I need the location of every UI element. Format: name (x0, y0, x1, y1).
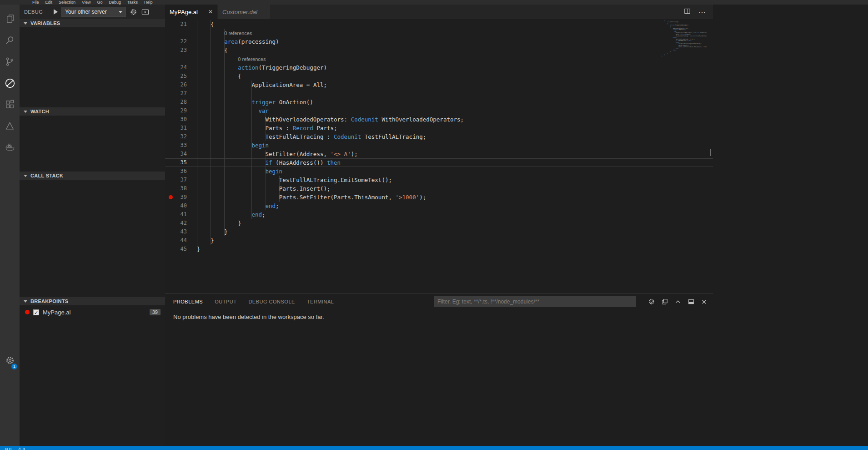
line-number[interactable]: 30 (176, 115, 187, 124)
code-line-43[interactable]: 43 } (165, 228, 713, 236)
code-text[interactable]: begin (197, 141, 713, 150)
section-header-call-stack[interactable]: CALL STACK (20, 172, 165, 180)
code-text[interactable]: end; (197, 202, 713, 210)
breakpoint-gutter[interactable] (165, 202, 176, 210)
problems-filter-input[interactable] (434, 296, 636, 307)
breakpoint-gutter[interactable] (165, 55, 176, 63)
menu-item-selection[interactable]: Selection (55, 0, 79, 5)
code-text[interactable]: 0 references (197, 29, 713, 37)
manage-button[interactable]: 1 (0, 352, 20, 370)
code-line-41[interactable]: 41 end; (165, 210, 713, 219)
breakpoint-gutter[interactable] (165, 132, 176, 141)
breakpoint-gutter[interactable] (165, 46, 176, 55)
line-number[interactable]: 31 (176, 124, 187, 132)
menu-item-tasks[interactable]: Tasks (124, 0, 141, 5)
code-text[interactable]: SetFilter(Address, '<> A'); (197, 150, 713, 158)
panel-layout-icon[interactable] (687, 298, 695, 305)
code-editor[interactable]: 21 { 0 references22 area(processing)23 {… (165, 19, 713, 293)
menu-item-edit[interactable]: Edit (42, 0, 56, 5)
line-number[interactable]: 26 (176, 81, 187, 89)
code-text[interactable]: Parts.Insert(); (197, 184, 713, 193)
breakpoint-gutter[interactable] (165, 245, 176, 253)
line-number[interactable]: 23 (176, 46, 187, 55)
sidebar-item-search[interactable] (0, 30, 20, 51)
line-number[interactable]: 45 (176, 245, 187, 253)
code-line-44[interactable]: 44 } (165, 236, 713, 245)
line-number[interactable]: 40 (176, 202, 187, 210)
code-text[interactable]: if (HasAddress()) then (197, 158, 713, 167)
line-number[interactable]: 35 (176, 158, 187, 167)
line-number[interactable]: 27 (176, 89, 187, 98)
tab-customer-dal[interactable]: Customer.dal (218, 5, 271, 19)
warning-count[interactable]: ⚠ 0 (18, 446, 25, 450)
debug-config-dropdown[interactable]: Your other server (61, 7, 126, 17)
breakpoint-gutter[interactable] (165, 98, 176, 106)
line-number[interactable]: 21 (176, 20, 187, 29)
tab-mypage-al[interactable]: MyPAge.al ✕ (165, 5, 218, 19)
breakpoint-gutter[interactable] (165, 228, 176, 236)
more-actions-icon[interactable]: ⋯ (698, 8, 706, 16)
minimap[interactable]: { area(processing) { action(TriggeringDe… (662, 20, 707, 57)
error-count[interactable]: ⊘ 0 (5, 446, 11, 450)
line-number[interactable]: 41 (176, 210, 187, 219)
line-number[interactable]: 39 (176, 193, 187, 202)
code-text[interactable]: trigger OnAction() (197, 98, 713, 106)
panel-tab-output[interactable]: OUTPUT (215, 299, 236, 304)
breakpoint-gutter[interactable] (165, 141, 176, 150)
code-line-24[interactable]: 24 action(TriggeringDebugger) (165, 63, 713, 72)
breakpoint-gutter[interactable] (165, 167, 176, 176)
close-icon[interactable]: ✕ (208, 9, 213, 15)
code-text[interactable]: ApplicationArea = All; (197, 81, 713, 89)
panel-tab-terminal[interactable]: TERMINAL (307, 299, 334, 304)
breakpoint-gutter[interactable] (165, 184, 176, 193)
breakpoint-gutter[interactable] (165, 63, 176, 72)
menu-item-help[interactable]: Help (141, 0, 156, 5)
code-line-33[interactable]: 33 begin (165, 141, 713, 150)
breakpoint-gutter[interactable] (165, 158, 176, 167)
sidebar-item-explorer[interactable] (0, 8, 20, 30)
code-text[interactable]: WithOverloadedOperators: Codeunit WithOv… (197, 115, 713, 124)
code-text[interactable]: action(TriggeringDebugger) (197, 63, 713, 72)
open-debug-console-button[interactable] (141, 8, 150, 16)
menu-item-debug[interactable]: Debug (105, 0, 124, 5)
code-line-29[interactable]: 29 var (165, 106, 713, 115)
split-editor-icon[interactable] (683, 7, 691, 17)
line-number[interactable]: 29 (176, 106, 187, 115)
breakpoint-gutter[interactable] (165, 210, 176, 219)
breakpoint-gutter[interactable] (165, 106, 176, 115)
sidebar-item-docker[interactable] (0, 137, 20, 158)
code-line-32[interactable]: 32 TestFullALTracing : Codeunit TestFull… (165, 132, 713, 141)
line-number[interactable]: 42 (176, 219, 187, 228)
line-number[interactable]: 22 (176, 37, 187, 46)
breakpoint-gutter[interactable] (165, 124, 176, 132)
breakpoint-gutter[interactable] (165, 150, 176, 158)
breakpoint-gutter[interactable] (165, 81, 176, 89)
code-text[interactable]: TestFullALTracing.EmitSomeText(); (197, 176, 713, 184)
code-line-30[interactable]: 30 WithOverloadedOperators: Codeunit Wit… (165, 115, 713, 124)
sidebar-item-debug[interactable] (0, 72, 20, 94)
line-number[interactable] (176, 55, 187, 63)
close-panel-icon[interactable] (701, 298, 707, 305)
code-line-36[interactable]: 36 begin (165, 167, 713, 176)
line-number[interactable]: 43 (176, 228, 187, 236)
sidebar-item-source-control[interactable] (0, 51, 20, 72)
breakpoint-list-item[interactable]: ✓ MyPage.al 39 (20, 307, 165, 317)
breakpoint-icon[interactable] (169, 195, 173, 199)
breakpoint-gutter[interactable] (165, 72, 176, 81)
line-number[interactable] (176, 29, 187, 37)
code-text[interactable]: { (197, 20, 713, 29)
breakpoint-gutter[interactable] (165, 219, 176, 228)
code-line-25[interactable]: 25 { (165, 72, 713, 81)
menu-item-go[interactable]: Go (94, 0, 105, 5)
code-text[interactable]: } (197, 236, 713, 245)
line-number[interactable]: 24 (176, 63, 187, 72)
menu-item-file[interactable]: File (29, 0, 42, 5)
maximize-panel-icon[interactable] (674, 298, 682, 305)
breakpoint-gutter[interactable] (165, 193, 176, 202)
line-number[interactable]: 36 (176, 167, 187, 176)
code-line-42[interactable]: 42 } (165, 219, 713, 228)
code-text[interactable]: } (197, 245, 713, 253)
line-number[interactable]: 34 (176, 150, 187, 158)
code-text[interactable] (197, 89, 713, 98)
line-number[interactable]: 38 (176, 184, 187, 193)
